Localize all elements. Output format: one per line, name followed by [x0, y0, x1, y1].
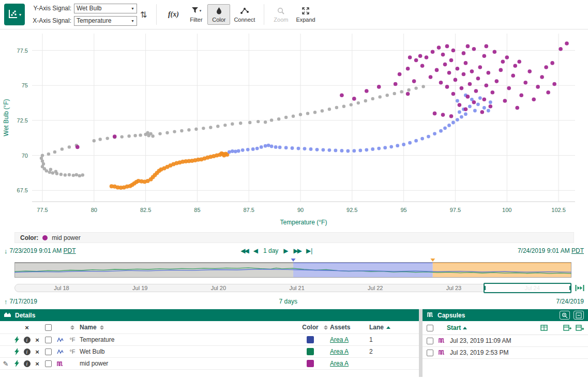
select-all-checkbox[interactable]: [45, 324, 52, 331]
timeline-strip[interactable]: [14, 259, 571, 279]
x-axis-signal-select[interactable]: Temperature ▼: [74, 16, 137, 26]
display-range-bar: ↓ 7/23/2019 9:01 AM PDT ◀◀ ◀ 1 day ▶ ▶▶ …: [4, 244, 584, 257]
step-size-label[interactable]: 1 day: [263, 247, 278, 254]
export-table-icon[interactable]: [576, 324, 584, 331]
investigate-duration[interactable]: 7 days: [279, 298, 297, 305]
collapse-panel-button[interactable]: [574, 311, 584, 320]
legend-label: Color:: [20, 234, 38, 241]
step-back-button[interactable]: ◀: [253, 247, 258, 254]
svg-text:72.5: 72.5: [17, 117, 28, 124]
details-row-mid-power[interactable]: ✎ i × mid power Area A: [0, 358, 419, 370]
svg-text:100: 100: [502, 207, 511, 213]
remove-icon[interactable]: ×: [32, 337, 42, 343]
step-forward-fast-button[interactable]: ▶▶: [294, 247, 301, 254]
capsule-checkbox[interactable]: [427, 350, 433, 356]
fx-button[interactable]: f(x): [162, 4, 185, 25]
date-tick: Jul 22: [368, 285, 383, 291]
info-icon[interactable]: i: [22, 360, 32, 367]
details-row-temperature[interactable]: i × °F Temperature Area A 1: [0, 334, 419, 346]
details-row-wet-bulb[interactable]: i × °F Wet Bulb Area A 2: [0, 346, 419, 358]
capsules-column-header: Start: [423, 321, 588, 335]
row-checkbox[interactable]: [45, 337, 52, 343]
details-header: Details: [0, 309, 419, 321]
info-icon[interactable]: i: [22, 337, 32, 343]
filter-button[interactable]: ▾ Filter: [185, 4, 207, 25]
display-range-start[interactable]: 7/23/2019 9:01 AM PDT: [10, 247, 76, 254]
details-panel: Details × Name Color Assets Lane i × °F …: [0, 309, 419, 377]
row-checkbox[interactable]: [45, 348, 52, 355]
asset-link[interactable]: Area A: [330, 336, 349, 343]
svg-text:80: 80: [91, 207, 97, 213]
sort-type-button[interactable]: [70, 325, 74, 330]
info-icon[interactable]: i: [22, 348, 32, 355]
connect-icon: [240, 7, 249, 15]
lane-column-header[interactable]: Lane: [369, 324, 384, 331]
investigate-end-date[interactable]: 7/24/2019: [556, 298, 584, 305]
step-back-fast-button[interactable]: ◀◀: [240, 247, 248, 254]
color-swatch[interactable]: [307, 336, 314, 343]
capsule-row[interactable]: Jul 23, 2019 11:09 AM: [423, 335, 588, 347]
select-all-capsules-checkbox[interactable]: [427, 325, 433, 331]
capsule-checkbox[interactable]: [427, 338, 433, 344]
sort-name-button[interactable]: [100, 325, 104, 330]
row-checkbox[interactable]: [45, 360, 52, 367]
bolt-icon[interactable]: [11, 348, 22, 355]
bolt-icon[interactable]: [11, 360, 22, 367]
svg-text:85: 85: [194, 207, 200, 213]
expand-button[interactable]: Expand: [292, 4, 319, 25]
range-selection-handle[interactable]: [484, 283, 571, 293]
capsule-start-time: Jul 23, 2019 2:53 PM: [450, 349, 508, 356]
toolbar-divider: [264, 4, 264, 25]
name-column-header[interactable]: Name: [80, 324, 97, 331]
step-to-end-button[interactable]: ▶|: [306, 247, 312, 254]
expand-range-icon[interactable]: ↑: [4, 298, 8, 306]
connect-button[interactable]: Connect: [230, 4, 259, 25]
customize-columns-icon[interactable]: [540, 324, 549, 331]
signal-icon: [54, 348, 66, 355]
color-button[interactable]: Color: [207, 4, 230, 25]
color-swatch[interactable]: [307, 348, 314, 355]
capsule-icon: [438, 349, 445, 357]
auto-update-icon[interactable]: [575, 284, 585, 294]
start-column-header[interactable]: Start: [447, 324, 467, 331]
y-axis-signal-select[interactable]: Wet Bulb ▼: [74, 4, 137, 13]
filter-label: Filter: [190, 17, 202, 23]
investigate-range-footer: ↑ 7/17/2019 7 days 7/24/2019: [4, 297, 584, 306]
step-forward-button[interactable]: ▶: [283, 247, 288, 254]
svg-text:87.5: 87.5: [243, 207, 254, 213]
remove-all-icon[interactable]: ×: [25, 324, 29, 331]
display-range-end[interactable]: 7/24/2019 9:01 AM PDT: [518, 247, 584, 254]
shrink-range-start-icon[interactable]: ↓: [4, 247, 8, 255]
asset-link[interactable]: Area A: [330, 360, 349, 367]
zoom-label: Zoom: [274, 17, 288, 23]
details-column-header: × Name Color Assets Lane: [0, 321, 419, 334]
color-swatch[interactable]: [307, 360, 314, 367]
edit-icon[interactable]: ✎: [0, 360, 11, 368]
zoom-to-capsule-button[interactable]: [560, 311, 570, 320]
investigate-strip[interactable]: [14, 259, 571, 279]
svg-text:95: 95: [400, 207, 406, 213]
zoom-button: Zoom: [269, 4, 292, 25]
svg-text:67.5: 67.5: [17, 187, 28, 193]
item-name: mid power: [80, 360, 108, 367]
swap-axes-icon[interactable]: ⇅: [140, 10, 147, 20]
color-column-header[interactable]: Color: [302, 324, 318, 331]
expand-label: Expand: [296, 17, 315, 23]
chart-type-button[interactable]: ▾: [4, 4, 25, 25]
sort-color-button[interactable]: [324, 325, 328, 330]
scatter-plot[interactable]: 77.58082.58587.59092.59597.5100102.567.5…: [0, 29, 588, 230]
date-tick: Jul 19: [132, 285, 147, 291]
asset-link[interactable]: Area A: [330, 348, 349, 355]
chevron-down-icon: ▾: [19, 12, 21, 17]
capsule-row[interactable]: Jul 23, 2019 2:53 PM: [423, 347, 588, 359]
assets-column-header[interactable]: Assets: [330, 324, 350, 331]
remove-icon[interactable]: ×: [32, 360, 42, 367]
investigate-start-date[interactable]: 7/17/2019: [10, 298, 37, 305]
add-table-icon[interactable]: [563, 324, 571, 331]
bolt-icon[interactable]: [11, 336, 22, 343]
lane-value: 2: [369, 348, 373, 355]
select-caret-icon: ▼: [131, 7, 134, 10]
capsules-panel: Capsules Start Jul 23, 2019 11:09 AM Jul…: [423, 309, 588, 377]
range-scrollbar[interactable]: Jul 18Jul 19Jul 20Jul 21Jul 22Jul 23Jul …: [14, 282, 571, 296]
remove-icon[interactable]: ×: [32, 348, 42, 355]
